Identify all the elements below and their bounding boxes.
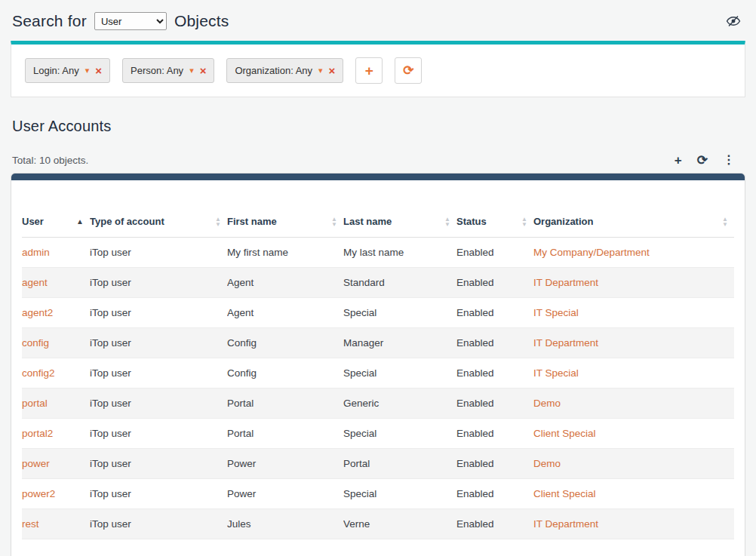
cell-first-name: Portal xyxy=(227,419,343,449)
filter-chip-label: Person: Any xyxy=(131,65,183,76)
cell-account-type: iTop user xyxy=(90,389,227,419)
table-row: agent iTop user Agent Standard Enabled I… xyxy=(22,268,734,298)
cell-status: Enabled xyxy=(456,419,533,449)
cell-last-name: Generic xyxy=(343,389,456,419)
organization-link[interactable]: IT Department xyxy=(533,518,598,530)
filter-chip-label: Organization: Any xyxy=(235,65,312,76)
organization-link[interactable]: Client Special xyxy=(533,488,596,499)
cell-first-name: Config xyxy=(227,358,343,389)
table-row: admin iTop user My first name My last na… xyxy=(22,238,734,268)
remove-filter-icon[interactable]: × xyxy=(329,65,336,76)
user-link[interactable]: rest xyxy=(22,518,39,530)
organization-link[interactable]: IT Special xyxy=(533,367,579,379)
cell-status: Enabled xyxy=(456,449,533,479)
sort-asc-icon[interactable]: ▲ xyxy=(76,218,84,226)
sort-both-icon[interactable]: ▲▼ xyxy=(215,217,221,227)
results-toolbar: Total: 10 objects. + ⟳ ⋮ xyxy=(11,151,745,169)
organization-link[interactable]: Client Special xyxy=(533,428,596,439)
organization-link[interactable]: IT Special xyxy=(533,307,579,318)
user-link[interactable]: portal xyxy=(22,398,48,409)
user-link[interactable]: power xyxy=(22,458,50,469)
search-title-suffix: Objects xyxy=(174,12,229,30)
cell-status: Enabled xyxy=(456,358,533,389)
user-link[interactable]: portal2 xyxy=(22,428,53,439)
table-row: power iTop user Power Portal Enabled Dem… xyxy=(22,449,734,479)
cell-account-type: iTop user xyxy=(90,509,227,539)
user-link[interactable]: admin xyxy=(22,247,50,258)
cell-last-name: Special xyxy=(343,358,456,389)
cell-last-name: Manager xyxy=(343,328,456,358)
organization-link[interactable]: IT Department xyxy=(533,277,598,288)
sort-both-icon[interactable]: ▲▼ xyxy=(722,217,728,227)
cell-last-name: Special xyxy=(343,298,456,328)
cell-first-name: My first name xyxy=(227,238,343,268)
sort-both-icon[interactable]: ▲▼ xyxy=(331,217,337,227)
cell-account-type: iTop user xyxy=(90,449,227,479)
new-object-button[interactable]: + xyxy=(675,154,682,167)
cell-status: Enabled xyxy=(456,509,533,539)
user-link[interactable]: agent xyxy=(22,277,48,288)
chevron-down-icon[interactable]: ▾ xyxy=(85,66,90,75)
column-header-first-name[interactable]: First name ▲▼ xyxy=(227,206,343,238)
refresh-list-button[interactable]: ⟳ xyxy=(697,154,708,167)
panel-accent-bar xyxy=(11,174,745,180)
column-header-status[interactable]: Status ▲▼ xyxy=(456,206,533,238)
cell-last-name: Special xyxy=(343,419,456,449)
filter-chip-person[interactable]: Person: Any ▾ × xyxy=(122,58,214,83)
cell-last-name: Special xyxy=(343,479,456,509)
remove-filter-icon[interactable]: × xyxy=(200,65,207,76)
column-header-type[interactable]: Type of account ▲▼ xyxy=(90,206,227,238)
user-accounts-table: User ▲ Type of account ▲▼ First name ▲▼ xyxy=(22,206,734,539)
cell-first-name: Power xyxy=(227,449,343,479)
column-header-organization[interactable]: Organization ▲▼ xyxy=(533,206,734,238)
user-link[interactable]: agent2 xyxy=(22,307,53,318)
organization-link[interactable]: My Company/Department xyxy=(533,247,650,258)
organization-link[interactable]: Demo xyxy=(533,458,561,469)
filter-chip-label: Login: Any xyxy=(33,65,79,76)
add-criterion-button[interactable]: + xyxy=(355,57,383,84)
toolbar-icons: + ⟳ ⋮ xyxy=(675,154,745,167)
table-row: config iTop user Config Manager Enabled … xyxy=(22,328,734,358)
table-row: portal iTop user Portal Generic Enabled … xyxy=(22,389,734,419)
table-wrap: User ▲ Type of account ▲▼ First name ▲▼ xyxy=(11,180,745,556)
column-label: Last name xyxy=(343,216,392,227)
run-search-button[interactable]: ⟳ xyxy=(395,57,422,84)
class-select[interactable]: User xyxy=(94,12,167,30)
cell-account-type: iTop user xyxy=(90,419,227,449)
results-title: User Accounts xyxy=(11,118,745,135)
cell-account-type: iTop user xyxy=(90,298,227,328)
eye-slash-icon xyxy=(726,15,741,27)
filter-chip-organization[interactable]: Organization: Any ▾ × xyxy=(226,58,343,83)
search-header: Search for User Objects xyxy=(11,8,745,35)
cell-account-type: iTop user xyxy=(90,268,227,298)
column-label: Type of account xyxy=(90,216,164,227)
cell-status: Enabled xyxy=(456,328,533,358)
actions-menu-button[interactable]: ⋮ xyxy=(723,154,735,166)
cell-status: Enabled xyxy=(456,298,533,328)
cell-last-name: Standard xyxy=(343,268,456,298)
column-header-user[interactable]: User ▲ xyxy=(22,206,90,238)
organization-link[interactable]: IT Department xyxy=(533,337,598,349)
sort-both-icon[interactable]: ▲▼ xyxy=(521,217,527,227)
chevron-down-icon[interactable]: ▾ xyxy=(189,66,194,75)
column-label: User xyxy=(22,216,44,227)
user-link[interactable]: config2 xyxy=(22,367,55,379)
cell-first-name: Jules xyxy=(227,509,343,539)
chevron-down-icon[interactable]: ▾ xyxy=(318,66,323,75)
search-title-prefix: Search for xyxy=(12,12,87,30)
toggle-search-form-button[interactable] xyxy=(724,14,742,29)
cell-status: Enabled xyxy=(456,238,533,268)
table-row: power2 iTop user Power Special Enabled C… xyxy=(22,479,734,509)
sort-both-icon[interactable]: ▲▼ xyxy=(444,217,450,227)
filter-chip-login[interactable]: Login: Any ▾ × xyxy=(25,58,110,83)
user-link[interactable]: config xyxy=(22,337,49,349)
remove-filter-icon[interactable]: × xyxy=(95,65,102,76)
refresh-icon: ⟳ xyxy=(403,64,413,77)
cell-last-name: Verne xyxy=(343,509,456,539)
cell-first-name: Portal xyxy=(227,389,343,419)
cell-status: Enabled xyxy=(456,268,533,298)
organization-link[interactable]: Demo xyxy=(533,398,561,409)
column-header-last-name[interactable]: Last name ▲▼ xyxy=(343,206,456,238)
table-row: portal2 iTop user Portal Special Enabled… xyxy=(22,419,734,449)
user-link[interactable]: power2 xyxy=(22,488,55,499)
